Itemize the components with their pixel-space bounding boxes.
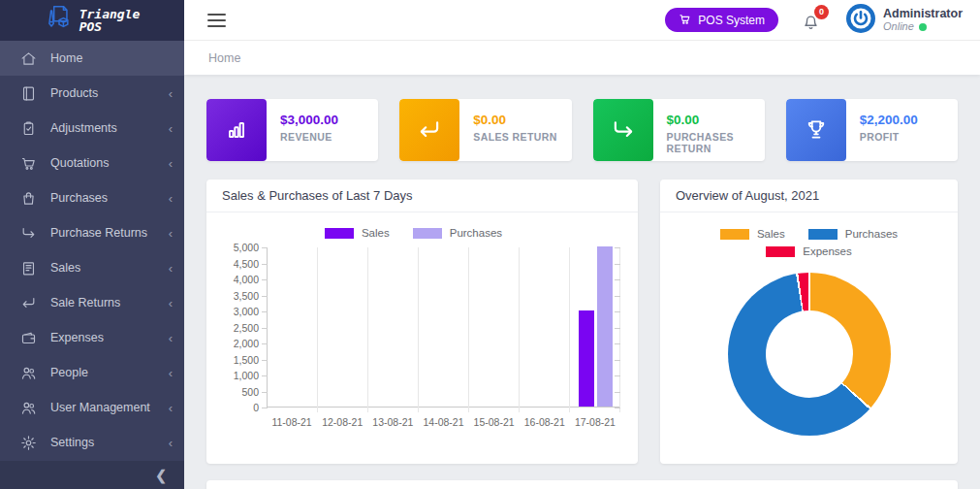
x-tick-label: 16-08-21: [520, 416, 570, 428]
brand-logo[interactable]: TrianglePOS: [0, 0, 184, 41]
chevron-left-icon: ‹: [169, 367, 173, 379]
bar-chart-x-axis: 11-08-2112-08-2113-08-2114-08-2115-08-21…: [267, 416, 620, 428]
notifications-button[interactable]: 0: [802, 9, 823, 32]
sidebar-item-home[interactable]: Home: [0, 41, 184, 76]
bar-chart-legend: SalesPurchases: [206, 227, 620, 239]
legend-swatch: [720, 229, 749, 240]
power-icon: [846, 4, 875, 33]
hamburger-menu-icon[interactable]: [207, 10, 226, 31]
sidebar-item-products[interactable]: Products‹: [0, 76, 184, 111]
stat-label: PROFIT: [860, 131, 918, 143]
legend-label: Expenses: [803, 245, 852, 257]
chevron-left-icon: ‹: [169, 87, 173, 100]
sidebar-item-label: Purchases: [50, 191, 169, 205]
bar-chart-plot: [267, 247, 620, 408]
overview-donut-card: Overview of August, 2021 SalesPurchasesE…: [660, 179, 958, 464]
user-status: Online: [883, 20, 963, 33]
sale-returns-icon: [19, 294, 37, 311]
stats-row: $3,000.00REVENUE$0.00SALES RETURN$0.00PU…: [206, 99, 958, 161]
sidebar-item-adjustments[interactable]: Adjustments‹: [0, 111, 184, 146]
sidebar-menu: HomeProducts‹Adjustments‹Quotations‹Purc…: [0, 41, 184, 460]
stat-card-sales-return: $0.00SALES RETURN: [399, 99, 571, 161]
sidebar-item-label: Adjustments: [50, 121, 169, 135]
bar-chart-icon: [206, 99, 267, 161]
legend-label: Purchases: [845, 228, 898, 240]
sidebar-item-sale-returns[interactable]: Sale Returns‹: [0, 285, 184, 320]
stat-value: $0.00: [667, 113, 765, 127]
y-tick-label: 1,500: [234, 355, 259, 366]
sidebar-item-purchases[interactable]: Purchases‹: [0, 180, 184, 215]
settings-icon: [19, 434, 37, 451]
x-tick-label: 15-08-21: [469, 416, 520, 428]
chevron-left-icon: ‹: [169, 402, 173, 414]
x-tick-label: 11-08-21: [267, 416, 317, 428]
user-management-icon: [19, 399, 37, 416]
bar-group-17-08-21: [570, 246, 620, 407]
legend-swatch: [325, 228, 354, 239]
legend-label: Sales: [362, 227, 390, 239]
donut-chart: [728, 273, 891, 436]
legend-item-sales[interactable]: Sales: [325, 227, 390, 239]
legend-swatch: [808, 229, 838, 240]
partial-bottom-card: [206, 480, 958, 489]
sidebar-item-user-management[interactable]: User Management‹: [0, 390, 184, 425]
legend-item-purchases[interactable]: Purchases: [808, 228, 898, 240]
sidebar-item-people[interactable]: People‹: [0, 355, 184, 390]
user-name: Administrator: [883, 7, 963, 20]
y-tick-label: 5,000: [234, 243, 259, 253]
chevron-left-icon: ‹: [169, 437, 173, 449]
bar-sales-17-08-21: [579, 310, 594, 407]
legend-item-sales[interactable]: Sales: [720, 228, 785, 240]
sidebar-collapse-button[interactable]: ❮: [0, 461, 184, 489]
legend-label: Sales: [757, 228, 785, 240]
sales-purchases-chart-card: Sales & Purchases of Last 7 Days SalesPu…: [206, 179, 638, 464]
purchases-icon: [19, 189, 37, 207]
pos-system-button[interactable]: POS System: [665, 8, 778, 32]
legend-swatch: [413, 228, 442, 239]
notification-count-badge: 0: [814, 5, 829, 19]
sidebar-item-label: Sales: [50, 261, 169, 275]
people-icon: [19, 364, 37, 381]
legend-item-expenses[interactable]: Expenses: [766, 245, 852, 257]
stat-value: $2,200.00: [860, 113, 918, 127]
corner-down-right-icon: [593, 99, 653, 161]
sidebar-item-purchase-returns[interactable]: Purchase Returns‹: [0, 215, 184, 250]
breadcrumb-home-link[interactable]: Home: [208, 51, 240, 65]
sidebar-item-label: Products: [50, 86, 169, 100]
y-tick-label: 2,000: [234, 339, 259, 349]
chevron-left-icon: ‹: [169, 227, 173, 240]
donut-chart-legend: SalesPurchasesExpenses: [660, 228, 958, 257]
stat-card-profit: $2,200.00PROFIT: [786, 99, 958, 161]
chevron-left-icon: ‹: [169, 192, 173, 205]
sidebar-item-expenses[interactable]: Expenses‹: [0, 320, 184, 355]
x-tick-label: 12-08-21: [317, 416, 367, 428]
breadcrumb: Home: [184, 41, 980, 75]
bar-chart-y-axis: 5,0004,5004,0003,5003,0002,5002,0001,500…: [206, 247, 267, 408]
sidebar-item-quotations[interactable]: Quotations‹: [0, 146, 184, 180]
main-content: $3,000.00REVENUE$0.00SALES RETURN$0.00PU…: [184, 75, 980, 489]
avatar: [846, 4, 875, 37]
legend-swatch: [766, 246, 795, 257]
expenses-icon: [19, 329, 37, 346]
user-menu[interactable]: Administrator Online: [846, 4, 963, 37]
sidebar-item-settings[interactable]: Settings‹: [0, 425, 184, 460]
sidebar-item-label: Expenses: [50, 331, 169, 344]
sales-purchases-chart-title: Sales & Purchases of Last 7 Days: [222, 188, 413, 203]
stat-value: $3,000.00: [280, 113, 338, 127]
sidebar-item-label: People: [50, 366, 169, 379]
cart-icon: [679, 13, 691, 28]
y-tick-label: 1,000: [234, 371, 259, 381]
donut-hole: [766, 310, 853, 398]
home-icon: [19, 49, 37, 67]
legend-item-purchases[interactable]: Purchases: [413, 227, 502, 239]
products-icon: [19, 84, 37, 102]
chevron-left-icon: ‹: [169, 262, 173, 275]
chevron-left-icon: ‹: [169, 332, 173, 344]
pos-system-button-label: POS System: [698, 14, 765, 27]
legend-label: Purchases: [450, 227, 502, 239]
chevron-left-icon: ❮: [155, 468, 167, 483]
sidebar-item-sales[interactable]: Sales‹: [0, 250, 184, 285]
top-header: POS System 0 Administrator Onlin: [184, 0, 980, 41]
sidebar-item-label: Purchase Returns: [50, 226, 169, 240]
chevron-left-icon: ‹: [169, 297, 173, 310]
